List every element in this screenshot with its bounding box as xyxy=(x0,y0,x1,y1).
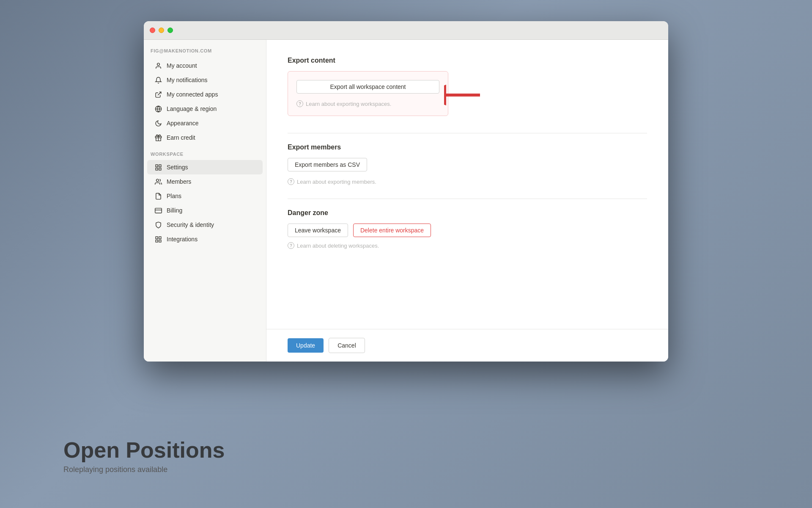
close-button[interactable] xyxy=(150,28,155,33)
learn-delete-text: Learn about deleting workspaces. xyxy=(297,243,379,249)
learn-delete-link[interactable]: ? Learn about deleting workspaces. xyxy=(288,242,647,249)
export-content-section: Export content Export all workspace cont… xyxy=(288,57,647,119)
red-arrow-indicator xyxy=(444,84,482,107)
svg-rect-6 xyxy=(156,165,158,167)
appearance-icon xyxy=(154,119,162,127)
sidebar-item-security-identity[interactable]: Security & identity xyxy=(147,218,263,232)
sidebar-personal-section: My account My notifications xyxy=(144,58,266,145)
background-text-area: Open Positions Roleplaying positions ava… xyxy=(63,437,225,474)
main-panel: Export content Export all workspace cont… xyxy=(266,40,668,362)
sidebar-workspace-section: Settings Members xyxy=(144,160,266,246)
sidebar-item-billing[interactable]: Billing xyxy=(147,203,263,218)
svg-rect-16 xyxy=(156,240,158,242)
notifications-icon xyxy=(154,76,162,84)
sidebar-item-appearance[interactable]: Appearance xyxy=(147,116,263,130)
cancel-button[interactable]: Cancel xyxy=(329,338,365,353)
sidebar-item-label: Settings xyxy=(167,164,188,171)
export-members-section: Export members Export members as CSV ? L… xyxy=(288,144,647,185)
billing-icon xyxy=(154,206,162,215)
minimize-button[interactable] xyxy=(159,28,164,33)
svg-point-10 xyxy=(156,179,159,182)
sidebar-item-label: Security & identity xyxy=(167,221,214,228)
sidebar-item-label: Appearance xyxy=(167,120,199,127)
sidebar-item-my-notifications[interactable]: My notifications xyxy=(147,73,263,87)
sidebar-email: FIG@MAKENOTION.COM xyxy=(144,48,266,58)
delete-workspace-button[interactable]: Delete entire workspace xyxy=(353,224,431,237)
svg-rect-15 xyxy=(159,240,161,242)
sidebar-item-my-connected-apps[interactable]: My connected apps xyxy=(147,87,263,102)
integrations-icon xyxy=(154,235,162,243)
title-bar xyxy=(144,21,668,40)
export-members-csv-button[interactable]: Export members as CSV xyxy=(288,158,367,171)
sidebar-item-language-region[interactable]: Language & region xyxy=(147,102,263,116)
open-positions-title: Open Positions xyxy=(63,437,225,463)
danger-zone-buttons: Leave workspace Delete entire workspace xyxy=(288,224,647,237)
danger-zone-title: Danger zone xyxy=(288,209,647,217)
sidebar-item-my-account[interactable]: My account xyxy=(147,58,263,73)
export-all-workspace-button[interactable]: Export all workspace content xyxy=(296,80,439,94)
learn-members-icon: ? xyxy=(288,178,294,185)
learn-export-icon: ? xyxy=(296,100,303,107)
divider-2 xyxy=(288,199,647,199)
plans-icon xyxy=(154,192,162,200)
export-members-title: Export members xyxy=(288,144,647,151)
sidebar-item-label: Earn credit xyxy=(167,134,195,141)
members-icon xyxy=(154,177,162,186)
sidebar-item-earn-credit[interactable]: Earn credit xyxy=(147,130,263,145)
sidebar: FIG@MAKENOTION.COM My account xyxy=(144,40,266,362)
sidebar-item-label: My account xyxy=(167,62,197,69)
learn-members-link[interactable]: ? Learn about exporting members. xyxy=(288,178,647,185)
danger-zone-section: Danger zone Leave workspace Delete entir… xyxy=(288,209,647,249)
svg-rect-11 xyxy=(155,208,162,213)
sidebar-item-label: Language & region xyxy=(167,105,217,112)
export-content-container: Export all workspace content ? Learn abo… xyxy=(288,71,448,119)
sidebar-item-plans[interactable]: Plans xyxy=(147,189,263,203)
svg-rect-8 xyxy=(159,168,161,170)
svg-rect-13 xyxy=(156,237,158,239)
security-icon xyxy=(154,221,162,229)
settings-icon xyxy=(154,163,162,171)
red-arrow-svg xyxy=(444,84,482,107)
language-icon xyxy=(154,105,162,113)
modal-footer: Update Cancel xyxy=(266,329,668,362)
sidebar-item-integrations[interactable]: Integrations xyxy=(147,232,263,246)
sidebar-item-settings[interactable]: Settings xyxy=(147,160,263,174)
sidebar-item-label: Integrations xyxy=(167,236,198,243)
svg-point-0 xyxy=(157,63,159,66)
sidebar-item-label: Plans xyxy=(167,193,181,199)
modal-window: FIG@MAKENOTION.COM My account xyxy=(144,21,668,362)
modal-body: FIG@MAKENOTION.COM My account xyxy=(144,40,668,362)
svg-rect-14 xyxy=(159,237,161,239)
divider-1 xyxy=(288,133,647,133)
open-positions-subtitle: Roleplaying positions available xyxy=(63,465,225,474)
maximize-button[interactable] xyxy=(167,28,173,33)
svg-rect-9 xyxy=(156,168,158,170)
connected-apps-icon xyxy=(154,90,162,99)
update-button[interactable]: Update xyxy=(288,338,324,353)
account-icon xyxy=(154,61,162,70)
workspace-section-label: WORKSPACE xyxy=(144,145,266,160)
main-content: Export content Export all workspace cont… xyxy=(266,40,668,329)
earn-credit-icon xyxy=(154,133,162,142)
learn-export-link[interactable]: ? Learn about exporting workspaces. xyxy=(296,100,439,107)
sidebar-item-label: Members xyxy=(167,178,191,185)
sidebar-item-label: My connected apps xyxy=(167,91,218,98)
export-content-highlight-box: Export all workspace content ? Learn abo… xyxy=(288,71,448,116)
learn-delete-icon: ? xyxy=(288,242,294,249)
svg-rect-7 xyxy=(159,165,161,167)
export-content-title: Export content xyxy=(288,57,647,64)
leave-workspace-button[interactable]: Leave workspace xyxy=(288,224,348,237)
learn-export-text: Learn about exporting workspaces. xyxy=(306,101,391,107)
sidebar-item-members[interactable]: Members xyxy=(147,174,263,189)
svg-line-1 xyxy=(158,92,161,95)
sidebar-item-label: My notifications xyxy=(167,77,207,83)
sidebar-item-label: Billing xyxy=(167,207,182,214)
learn-members-text: Learn about exporting members. xyxy=(297,179,376,185)
